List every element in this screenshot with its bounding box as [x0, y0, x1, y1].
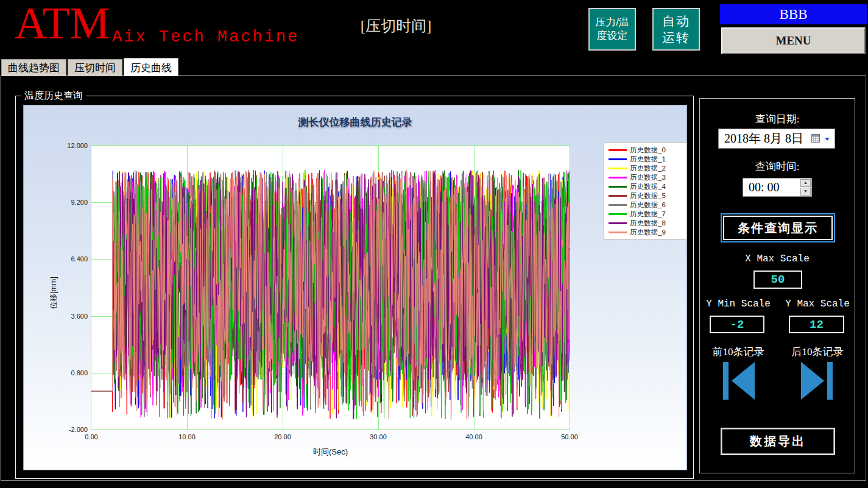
legend-item: 历史数据_0	[609, 146, 686, 155]
date-value: 2018年 8月 8日	[724, 130, 803, 147]
legend-item: 历史数据_7	[609, 210, 686, 219]
legend-label: 历史数据_6	[630, 200, 666, 210]
app-window: ATM Aix Tech Machine [压切时间] 压力/温 度设定 自动 …	[0, 0, 868, 488]
pressure-temp-settings-button[interactable]: 压力/温 度设定	[588, 8, 636, 51]
x-axis-tick-label: 50.00	[561, 433, 578, 440]
time-value: 00: 00	[749, 180, 780, 194]
y-axis-label: 位移[mm]	[49, 277, 59, 309]
legend-item: 历史数据_5	[609, 191, 686, 200]
status-banner: BBB	[720, 4, 867, 24]
legend-swatch	[609, 222, 627, 224]
legend-swatch	[609, 195, 627, 197]
y-axis-tick-label: 12.000	[67, 142, 88, 149]
x-axis-tick-label: 10.00	[178, 433, 196, 440]
legend-label: 历史数据_1	[630, 155, 666, 164]
legend-label: 历史数据_7	[630, 210, 666, 219]
history-query-groupbox: 温度历史查询 测长仪位移曲线历史记录 位移[mm] 时间(Sec) 12.000…	[15, 96, 694, 479]
date-picker-field[interactable]: 2018年 8月 8日	[718, 129, 835, 149]
time-spinner: ▲ ▼	[800, 179, 811, 196]
groupbox-title: 温度历史查询	[21, 90, 86, 102]
legend-swatch	[609, 204, 627, 206]
x-max-scale-input[interactable]: 50	[753, 271, 802, 289]
x-max-scale-label: X Max Scale	[700, 253, 855, 264]
tab-1[interactable]: 曲线趋势图	[1, 59, 66, 76]
y-max-scale-label: Y Max Scale	[779, 299, 856, 309]
chart-title: 测长仪位移曲线历史记录	[24, 115, 686, 129]
legend-item: 历史数据_2	[609, 164, 686, 173]
legend-swatch	[609, 168, 627, 169]
data-export-button[interactable]: 数据导出	[721, 428, 835, 455]
pressure-temp-label-line1: 压力/温	[595, 16, 629, 29]
query-date-label: 查询日期:	[700, 112, 855, 126]
page-title: [压切时间]	[274, 16, 518, 36]
history-chart-panel: 测长仪位移曲线历史记录 位移[mm] 时间(Sec) 12.0009.2006.…	[23, 105, 687, 470]
legend-swatch	[609, 232, 627, 233]
legend-label: 历史数据_0	[630, 146, 666, 155]
pressure-temp-label-line2: 度设定	[597, 29, 628, 43]
x-axis-tick-label: 30.00	[370, 433, 387, 440]
auto-run-button[interactable]: 自动 运转	[652, 8, 700, 51]
legend-item: 历史数据_8	[609, 219, 686, 228]
legend-item: 历史数据_4	[609, 182, 686, 191]
app-logo-subtitle: Aix Tech Machine	[112, 28, 299, 46]
y-axis-tick-label: 0.800	[71, 369, 88, 377]
legend-label: 历史数据_2	[630, 164, 666, 173]
y-axis-tick-label: 9.200	[71, 199, 88, 206]
calendar-icon[interactable]	[811, 134, 820, 143]
legend-label: 历史数据_4	[630, 182, 666, 191]
chart-legend: 历史数据_0历史数据_1历史数据_2历史数据_3历史数据_4历史数据_5历史数据…	[604, 142, 687, 240]
next-records-label: 后10条记录	[779, 345, 856, 359]
y-min-scale-input[interactable]: -2	[710, 316, 764, 333]
prev-records-label: 前10条记录	[700, 345, 777, 359]
query-time-label: 查询时间:	[700, 160, 855, 174]
legend-swatch	[609, 213, 627, 215]
condition-query-button[interactable]: 条件查询显示	[721, 213, 835, 242]
tab-3[interactable]: 历史曲线	[124, 58, 178, 76]
legend-label: 历史数据_5	[630, 191, 666, 200]
legend-label: 历史数据_3	[630, 173, 666, 182]
x-axis-tick-label: 20.00	[274, 433, 291, 440]
legend-item: 历史数据_9	[609, 228, 686, 237]
prev-records-button[interactable]	[723, 362, 755, 400]
tab-bar: 曲线趋势图压切时间历史曲线	[1, 59, 178, 76]
y-min-scale-label: Y Min Scale	[700, 299, 777, 309]
spinner-up-icon[interactable]: ▲	[800, 179, 811, 187]
auto-run-label-line1: 自动	[662, 13, 690, 29]
legend-item: 历史数据_1	[609, 155, 686, 164]
legend-swatch	[609, 177, 627, 179]
y-axis-tick-label: 3.600	[71, 313, 88, 320]
legend-item: 历史数据_3	[609, 173, 686, 182]
spinner-down-icon[interactable]: ▼	[800, 188, 811, 196]
x-axis-tick-label: 0.00	[85, 433, 97, 440]
auto-run-label-line2: 运转	[662, 29, 690, 46]
legend-label: 历史数据_8	[630, 219, 666, 228]
y-axis-tick-label: -2.000	[69, 426, 88, 433]
time-spinner-field[interactable]: 00: 00 ▲ ▼	[743, 178, 812, 197]
y-axis-tick-label: 6.400	[71, 255, 88, 263]
legend-label: 历史数据_9	[630, 228, 666, 237]
calendar-dropdown-arrow-icon[interactable]	[825, 138, 830, 141]
chart-canvas	[91, 146, 570, 430]
next-records-button[interactable]	[801, 362, 833, 400]
legend-swatch	[609, 158, 627, 160]
chart-plot-area: 位移[mm] 时间(Sec) 12.0009.2006.4003.6000.80…	[91, 145, 570, 430]
menu-button[interactable]: MENU	[721, 27, 866, 54]
legend-swatch	[609, 149, 627, 151]
y-max-scale-input[interactable]: 12	[789, 316, 844, 333]
legend-swatch	[609, 186, 627, 188]
tab-2[interactable]: 压切时间	[68, 59, 122, 76]
x-axis-label: 时间(Sec)	[313, 447, 348, 458]
legend-item: 历史数据_6	[609, 200, 686, 210]
query-sidebar: 查询日期: 2018年 8月 8日 查询时间: 00: 00 ▲ ▼ 条件查询显…	[699, 98, 855, 473]
app-logo: ATM	[15, 0, 110, 48]
x-axis-tick-label: 40.00	[465, 433, 482, 440]
